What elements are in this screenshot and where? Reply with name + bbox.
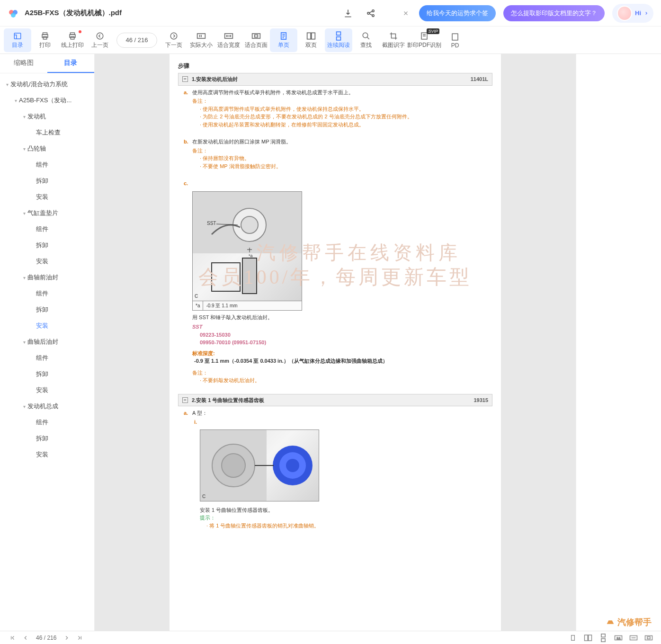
download-icon[interactable] bbox=[340, 6, 356, 21]
continuous-icon bbox=[335, 31, 342, 41]
toc-node[interactable]: ▾气缸盖垫片 bbox=[0, 205, 94, 221]
collapse-icon[interactable]: − bbox=[182, 397, 188, 403]
toc-node[interactable]: 拆卸 bbox=[0, 302, 94, 318]
fit-page-label: 适合页面 bbox=[245, 41, 268, 49]
screenshot-ocr-button[interactable]: 截图识字 bbox=[380, 28, 407, 52]
toc-node-label: 安装 bbox=[36, 450, 48, 459]
toc-label: 目录 bbox=[12, 41, 23, 49]
step-1-bar[interactable]: − 1. 安装发动机后油封 11401L bbox=[178, 73, 492, 86]
toc-node[interactable]: 安装 bbox=[0, 382, 94, 398]
view-fitwidth-icon[interactable] bbox=[627, 632, 640, 644]
suggestion-pill-1[interactable]: 给我今天的运势求个签 bbox=[419, 5, 496, 21]
thumbnail-tab[interactable]: 缩略图 bbox=[0, 54, 47, 73]
view-double-icon[interactable] bbox=[581, 632, 595, 644]
toc-node-label: 组件 bbox=[36, 354, 48, 362]
single-page-button[interactable]: 单页 bbox=[270, 28, 297, 52]
toc-node-label: 曲轴后油封 bbox=[27, 338, 58, 346]
toc-node[interactable]: ▾发动机/混合动力系统 bbox=[0, 76, 94, 92]
toc-node[interactable]: 安装 bbox=[0, 189, 94, 205]
toc-node[interactable]: 安装 bbox=[0, 318, 94, 334]
svg-text:SST: SST bbox=[207, 221, 216, 226]
toc-node[interactable]: ▾凸轮轴 bbox=[0, 141, 94, 157]
last-page-button[interactable] bbox=[73, 632, 87, 644]
online-print-button[interactable]: 线上打印 bbox=[59, 28, 86, 52]
pdf-ocr-label: 影印PDF识别 bbox=[407, 41, 441, 49]
toc-node[interactable]: 组件 bbox=[0, 350, 94, 366]
toc-node[interactable]: ▾曲轴后油封 bbox=[0, 334, 94, 350]
svg-rect-26 bbox=[452, 34, 458, 40]
toc-tab[interactable]: 目录 bbox=[47, 54, 95, 73]
first-page-button[interactable] bbox=[6, 632, 19, 644]
svg-point-13 bbox=[97, 33, 103, 39]
toc-node-label: 凸轮轴 bbox=[27, 144, 46, 153]
find-button[interactable]: 查找 bbox=[352, 28, 380, 52]
svg-point-14 bbox=[170, 33, 177, 39]
share-icon[interactable] bbox=[363, 6, 378, 21]
assistant-avatar[interactable]: Hi bbox=[612, 4, 653, 23]
pdf-ocr-button[interactable]: SVIP 影印PDF识别 bbox=[407, 28, 441, 52]
toc-node[interactable]: 拆卸 bbox=[0, 430, 94, 447]
toc-node-label: 安装 bbox=[36, 386, 48, 394]
chevron-down-icon: ▾ bbox=[21, 211, 27, 216]
double-page-button[interactable]: 双页 bbox=[297, 28, 325, 52]
view-continuous-icon[interactable] bbox=[597, 632, 610, 644]
toc-node-label: 组件 bbox=[36, 161, 48, 169]
fit-page-button[interactable]: 适合页面 bbox=[242, 28, 270, 52]
toc-node[interactable]: 拆卸 bbox=[0, 237, 94, 253]
figure-2: C bbox=[200, 429, 319, 501]
collapse-icon[interactable]: − bbox=[182, 76, 188, 82]
print-icon bbox=[41, 31, 49, 41]
toc-node[interactable]: ▾曲轴前油封 bbox=[0, 269, 94, 286]
print-button[interactable]: 打印 bbox=[31, 28, 59, 52]
chevron-right-icon bbox=[170, 31, 178, 41]
footer-page-indicator: 46 / 216 bbox=[36, 635, 56, 641]
single-page-icon bbox=[280, 31, 287, 41]
toc-button[interactable]: 目录 bbox=[4, 28, 31, 52]
toc-node[interactable]: 组件 bbox=[0, 157, 94, 173]
toc-node[interactable]: 组件 bbox=[0, 221, 94, 237]
view-actual-icon[interactable]: 1:1 bbox=[612, 632, 625, 644]
continuous-label: 连续阅读 bbox=[327, 41, 350, 49]
next-page-footer-button[interactable] bbox=[60, 632, 73, 644]
toc-node[interactable]: 安装 bbox=[0, 447, 94, 463]
toc-node-label: 拆卸 bbox=[36, 305, 48, 314]
svg-rect-52 bbox=[647, 636, 650, 639]
view-single-icon[interactable] bbox=[566, 632, 580, 644]
toc-node-label: 组件 bbox=[36, 418, 48, 427]
document-viewer[interactable]: 步骤 − 1. 安装发动机后油封 11401L a.使用高度调节附件或平板式举升… bbox=[95, 54, 576, 631]
toc-node[interactable]: 安装 bbox=[0, 253, 94, 269]
step-2-bar[interactable]: − 2. 安装 1 号曲轴位置传感器齿板 19315 bbox=[178, 394, 492, 407]
hi-label: Hi bbox=[635, 9, 641, 17]
continuous-button[interactable]: 连续阅读 bbox=[325, 28, 352, 52]
toc-node-label: 安装 bbox=[36, 322, 48, 330]
toc-node[interactable]: 车上检查 bbox=[0, 125, 94, 141]
view-fitpage-icon[interactable] bbox=[642, 632, 655, 644]
chevron-down-icon: ▾ bbox=[12, 98, 19, 103]
page-input[interactable]: 46 / 216 bbox=[116, 33, 157, 48]
close-suggestion-icon[interactable] bbox=[400, 8, 411, 19]
toc-node[interactable]: ▾A25B-FXS（发动... bbox=[0, 92, 94, 108]
toc-node[interactable]: 拆卸 bbox=[0, 366, 94, 382]
toc-node[interactable]: ▾发动机 bbox=[0, 108, 94, 125]
fit-width-icon bbox=[224, 31, 233, 41]
pdf-more-button[interactable]: PD bbox=[441, 28, 469, 52]
svg-rect-20 bbox=[307, 33, 311, 39]
figure-1: SST *a C *a-0.9 至 1.1 mm bbox=[192, 191, 302, 311]
toc-node[interactable]: 组件 bbox=[0, 414, 94, 430]
avatar-icon bbox=[617, 6, 632, 21]
next-page-label: 下一页 bbox=[165, 41, 182, 49]
toc-node[interactable]: 拆卸 bbox=[0, 173, 94, 189]
double-page-icon bbox=[306, 31, 316, 41]
prev-page-button[interactable]: 上一页 bbox=[86, 28, 114, 52]
next-page-button[interactable]: 下一页 bbox=[160, 28, 188, 52]
toc-node[interactable]: ▾发动机总成 bbox=[0, 398, 94, 414]
toc-node-label: 拆卸 bbox=[36, 241, 48, 250]
fit-width-button[interactable]: 适合宽度 bbox=[215, 28, 242, 52]
toc-node[interactable]: 组件 bbox=[0, 286, 94, 302]
prev-page-footer-button[interactable] bbox=[19, 632, 32, 644]
svg-rect-43 bbox=[572, 635, 575, 640]
actual-size-button[interactable]: 实际大小 bbox=[188, 28, 215, 52]
suggestion-pill-2[interactable]: 怎么提取影印版文档里的文字？ bbox=[503, 5, 605, 21]
chevron-down-icon: ▾ bbox=[21, 404, 27, 409]
svg-rect-47 bbox=[601, 638, 605, 642]
